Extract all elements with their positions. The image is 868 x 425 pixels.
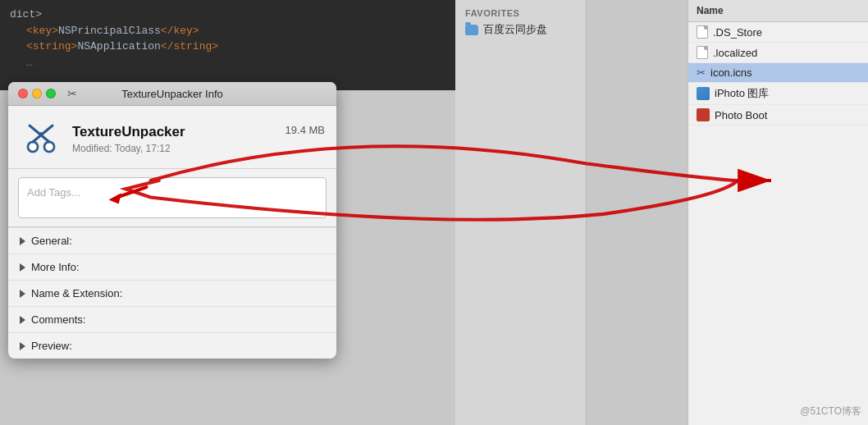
file-item-icon-icns[interactable]: ✂ icon.icns bbox=[688, 63, 868, 83]
disclosure-icon bbox=[20, 342, 26, 350]
watermark: @51CTO博客 bbox=[800, 404, 861, 418]
svg-point-6 bbox=[39, 132, 43, 135]
info-sections: General: More Info: Name & Extension: Co… bbox=[8, 226, 336, 359]
finder-file-list: Name .DS_Store .localized ✂ icon.icns iP… bbox=[688, 0, 868, 425]
minimize-button[interactable] bbox=[32, 89, 42, 98]
titlebar-title: TextureUnpacker Info bbox=[121, 88, 223, 100]
section-label: Name & Extension: bbox=[31, 287, 122, 299]
code-editor: dict> <key>NSPrincipalClass</key> <strin… bbox=[0, 0, 459, 90]
favorites-label: FAVORITES bbox=[455, 5, 586, 20]
app-modified: Modified: Today, 17:12 bbox=[72, 143, 325, 154]
iphoto-icon bbox=[697, 87, 710, 100]
app-icon bbox=[20, 117, 62, 160]
section-label: More Info: bbox=[31, 261, 80, 273]
app-header: TextureUnpacker 19.4 MB Modified: Today,… bbox=[8, 106, 336, 169]
favorites-item-label: 百度云同步盘 bbox=[483, 22, 547, 37]
section-label: General: bbox=[31, 235, 72, 247]
file-item-photobooth[interactable]: Photo Boot bbox=[688, 105, 868, 126]
tags-field[interactable]: Add Tags... bbox=[18, 177, 327, 218]
file-item-localized[interactable]: .localized bbox=[688, 43, 868, 63]
section-label: Preview: bbox=[31, 340, 72, 352]
app-name: TextureUnpacker 19.4 MB bbox=[72, 124, 325, 140]
file-item-iphoto[interactable]: iPhoto 图库 bbox=[688, 83, 868, 105]
svg-point-3 bbox=[44, 142, 54, 152]
app-size: 19.4 MB bbox=[286, 124, 325, 136]
close-button[interactable] bbox=[18, 89, 28, 98]
titlebar: ✂ TextureUnpacker Info bbox=[8, 82, 336, 106]
section-preview[interactable]: Preview: bbox=[8, 332, 336, 359]
svg-point-2 bbox=[28, 142, 38, 152]
files-header: Name bbox=[688, 0, 868, 22]
disclosure-icon bbox=[20, 316, 26, 324]
scissors-icon: ✂ bbox=[697, 66, 706, 79]
code-line-4: … bbox=[10, 55, 450, 71]
file-name: iPhoto 图库 bbox=[715, 86, 769, 101]
code-line-1: dict> bbox=[10, 7, 450, 23]
section-name-extension[interactable]: Name & Extension: bbox=[8, 280, 336, 306]
doc-icon bbox=[697, 25, 708, 39]
disclosure-icon bbox=[20, 237, 26, 245]
file-item-ds-store[interactable]: .DS_Store bbox=[688, 22, 868, 43]
code-line-3: <string>NSApplication</string> bbox=[10, 39, 450, 55]
info-panel: ✂ TextureUnpacker Info TextureUnpacker 1… bbox=[8, 82, 336, 359]
section-comments[interactable]: Comments: bbox=[8, 306, 336, 332]
file-name: Photo Boot bbox=[715, 109, 767, 121]
photobooth-icon bbox=[697, 108, 710, 121]
file-name: .DS_Store bbox=[713, 26, 762, 39]
zoom-button[interactable] bbox=[46, 89, 56, 98]
code-line-2: <key>NSPrincipalClass</key> bbox=[10, 23, 450, 39]
file-name: .localized bbox=[713, 47, 757, 59]
disclosure-icon bbox=[20, 263, 26, 272]
section-more-info[interactable]: More Info: bbox=[8, 254, 336, 280]
finder-sidebar: FAVORITES 百度云同步盘 bbox=[455, 0, 587, 425]
favorites-item-baidu[interactable]: 百度云同步盘 bbox=[455, 20, 586, 39]
scissors-titlebar-icon: ✂ bbox=[67, 87, 77, 100]
traffic-lights bbox=[18, 89, 56, 98]
section-general[interactable]: General: bbox=[8, 227, 336, 254]
section-label: Comments: bbox=[31, 313, 85, 326]
folder-icon bbox=[465, 25, 478, 35]
doc-icon bbox=[697, 46, 708, 59]
disclosure-icon bbox=[20, 290, 26, 298]
tags-placeholder: Add Tags... bbox=[27, 186, 80, 199]
file-name: icon.icns bbox=[710, 66, 752, 79]
app-info: TextureUnpacker 19.4 MB Modified: Today,… bbox=[72, 124, 325, 154]
